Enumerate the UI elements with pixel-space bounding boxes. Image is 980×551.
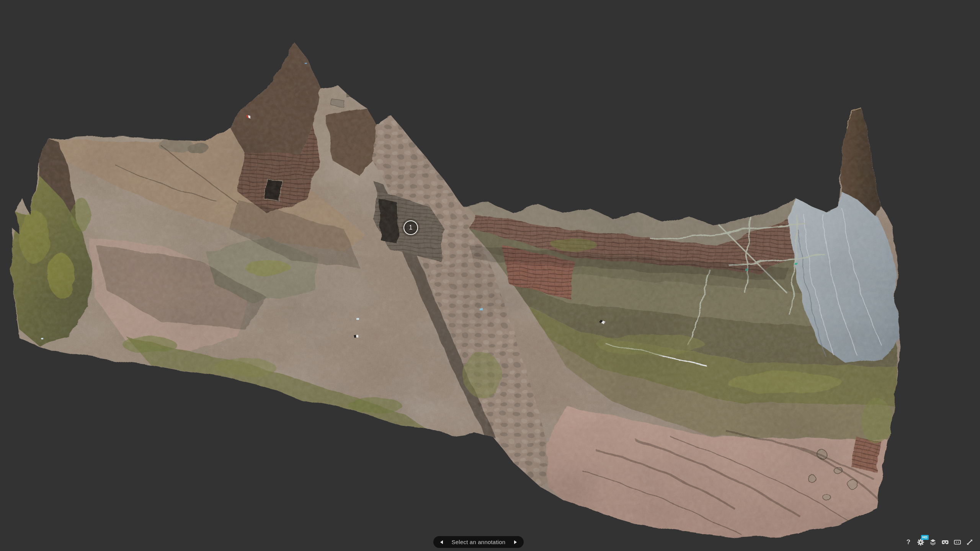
vr-headset-icon xyxy=(942,539,949,546)
vr-button[interactable] xyxy=(942,539,949,546)
right-arrow-icon xyxy=(514,540,517,544)
fullscreen-button[interactable] xyxy=(966,539,973,546)
left-arrow-icon xyxy=(440,540,443,544)
viewer-toolbar: ? HD xyxy=(905,537,973,547)
help-button[interactable]: ? xyxy=(905,539,912,546)
theater-mode-button[interactable] xyxy=(954,539,961,546)
annotation-selector-label[interactable]: Select an annotation xyxy=(444,539,513,545)
settings-button[interactable]: HD xyxy=(917,539,924,546)
theater-mode-icon xyxy=(954,539,961,546)
annotation-number: 1 xyxy=(409,225,413,231)
annotation-marker-1[interactable]: 1 xyxy=(403,220,418,235)
layers-icon xyxy=(929,539,936,546)
help-icon: ? xyxy=(906,539,910,546)
annotation-selector[interactable]: Select an annotation xyxy=(433,536,524,548)
next-annotation-button[interactable] xyxy=(513,539,518,546)
terrain-3d-model[interactable] xyxy=(0,0,980,551)
model-inspector-button[interactable] xyxy=(929,539,936,546)
fullscreen-icon xyxy=(966,539,973,546)
previous-annotation-button[interactable] xyxy=(439,539,444,546)
hd-badge: HD xyxy=(921,535,929,540)
viewer-canvas[interactable]: 1 Select an annotation ? xyxy=(0,0,980,551)
